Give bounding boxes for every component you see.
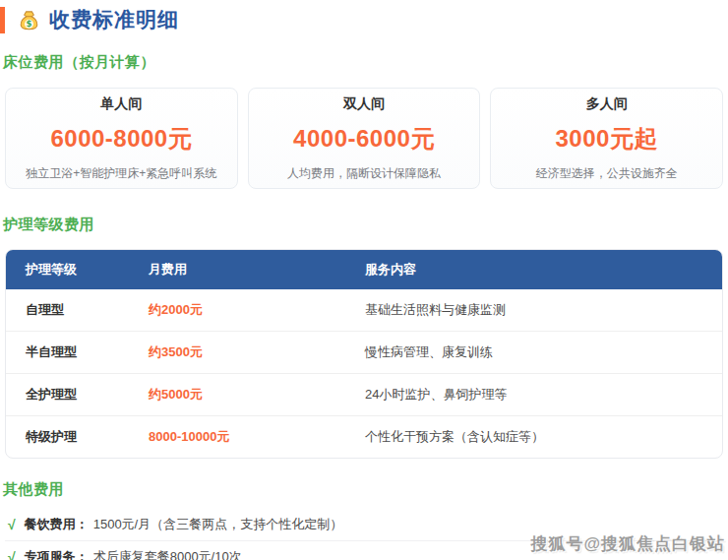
fee-cell: 约3500元 [129, 332, 345, 373]
room-type: 多人间 [586, 95, 628, 113]
service-cell: 慢性病管理、康复训练 [345, 332, 722, 373]
table-row: 全护理型 约5000元 24小时监护、鼻饲护理等 [6, 373, 722, 415]
page-header: $ 收费标准明细 [0, 0, 728, 33]
other-fee-value: 1500元/月（含三餐两点，支持个性化定制） [93, 516, 343, 533]
nursing-fee-table: 护理等级 月费用 服务内容 自理型 约2000元 基础生活照料与健康监测 半自理… [5, 249, 723, 459]
service-cell: 24小时监护、鼻饲护理等 [345, 374, 722, 415]
money-bag-icon: $ [18, 9, 40, 31]
grade-cell: 半自理型 [6, 332, 129, 373]
fee-cell: 约2000元 [129, 289, 345, 331]
room-type: 双人间 [343, 95, 385, 113]
page-title: 收费标准明细 [49, 6, 179, 33]
svg-text:$: $ [27, 19, 32, 29]
room-type: 单人间 [100, 95, 142, 113]
room-price: 6000-8000元 [50, 123, 192, 155]
check-icon: √ [8, 549, 16, 560]
fee-cell: 约5000元 [129, 374, 345, 415]
room-desc: 经济型选择，公共设施齐全 [536, 165, 678, 182]
room-price: 3000元起 [555, 123, 657, 155]
table-row: 特级护理 8000-10000元 个性化干预方案（含认知症等） [6, 415, 722, 458]
fee-card-double-room: 双人间 4000-6000元 人均费用，隔断设计保障隐私 [248, 88, 481, 189]
service-cell: 个性化干预方案（含认知症等） [345, 416, 722, 458]
fee-cell: 8000-10000元 [129, 416, 345, 458]
table-header-row: 护理等级 月费用 服务内容 [6, 250, 722, 289]
other-fee-label: 餐饮费用： [25, 516, 89, 533]
grade-cell: 特级护理 [6, 416, 129, 458]
grade-cell: 全护理型 [6, 374, 129, 415]
column-header-grade: 护理等级 [6, 250, 129, 289]
table-row: 半自理型 约3500元 慢性病管理、康复训练 [6, 331, 722, 373]
bed-fees-heading: 床位费用（按月计算） [3, 53, 728, 72]
other-fees-heading: 其他费用 [3, 480, 728, 499]
sohu-watermark: 搜狐号@搜狐焦点白银站 [530, 532, 725, 555]
bed-fee-cards: 单人间 6000-8000元 独立卫浴+智能护理床+紧急呼叫系统 双人间 400… [5, 88, 723, 189]
grade-cell: 自理型 [6, 289, 129, 331]
column-header-fee: 月费用 [129, 250, 345, 289]
room-desc: 独立卫浴+智能护理床+紧急呼叫系统 [26, 165, 216, 182]
table-body: 自理型 约2000元 基础生活照料与健康监测 半自理型 约3500元 慢性病管理… [6, 289, 722, 458]
accent-bar [0, 7, 5, 33]
service-cell: 基础生活照料与健康监测 [345, 289, 722, 331]
fee-card-multi-room: 多人间 3000元起 经济型选择，公共设施齐全 [490, 88, 723, 189]
fee-card-single-room: 单人间 6000-8000元 独立卫浴+智能护理床+紧急呼叫系统 [5, 88, 238, 189]
other-fee-label: 专项服务： [25, 548, 89, 560]
room-price: 4000-6000元 [293, 123, 435, 155]
table-row: 自理型 约2000元 基础生活照料与健康监测 [6, 289, 722, 331]
other-fee-value: 术后康复套餐8000元/10次 [93, 548, 242, 560]
check-icon: √ [8, 517, 16, 532]
column-header-service: 服务内容 [345, 250, 722, 289]
nursing-fees-heading: 护理等级费用 [3, 216, 728, 234]
room-desc: 人均费用，隔断设计保障隐私 [287, 165, 441, 182]
